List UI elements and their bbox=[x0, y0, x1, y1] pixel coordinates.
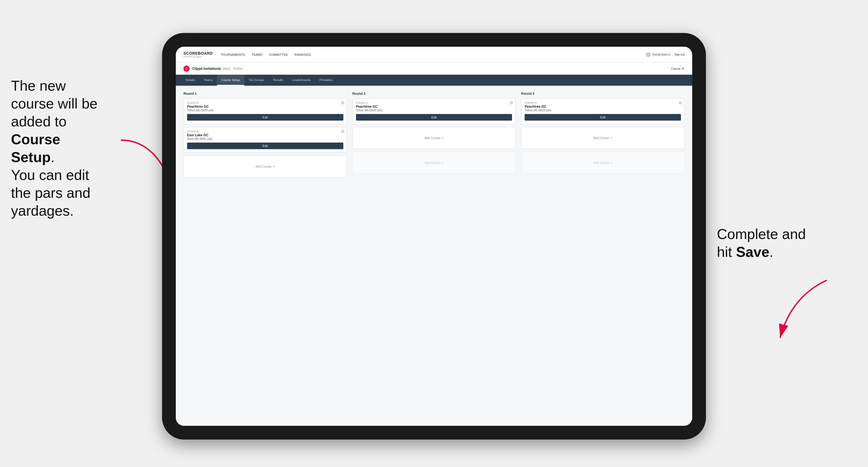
round-2-title: Round 2 bbox=[352, 92, 516, 96]
arrow-right bbox=[764, 275, 840, 346]
main-content: Round 1 ⊠ (Course A) Peachtree GC Yellow… bbox=[176, 86, 692, 426]
nav-committee[interactable]: COMMITTEE bbox=[269, 53, 288, 56]
round-2-course-a-label: (Course A) bbox=[356, 101, 512, 104]
tournament-gender: (Men) bbox=[222, 67, 230, 70]
tab-leaderboards[interactable]: Leaderboards bbox=[288, 75, 315, 86]
nav-rankings[interactable]: RANKINGS bbox=[294, 53, 311, 56]
top-nav-right: blair@clippd.io | Sign out bbox=[646, 52, 684, 57]
pipe-separator: | bbox=[672, 53, 673, 56]
user-email: blair@clippd.io bbox=[652, 53, 671, 56]
round-1-course-a-tee: Yellow (M) (6629 yds) bbox=[187, 109, 343, 112]
round-3-course-a-name: Peachtree GC bbox=[525, 105, 681, 108]
tablet-screen: SCOREBOARD Powered by clippd TOURNAMENTS… bbox=[176, 47, 692, 426]
round-3-add-course-label: Add Course bbox=[593, 136, 609, 139]
round-3-add-course-disabled: Add Course + bbox=[521, 152, 684, 174]
tablet-frame: SCOREBOARD Powered by clippd TOURNAMENTS… bbox=[162, 33, 706, 439]
round-2-column: Round 2 ⊠ (Course A) Peachtree GC Yellow… bbox=[352, 92, 516, 180]
round-1-course-b-card: ⊠ (Course B) East Lake GC Black (M) (689… bbox=[184, 127, 347, 153]
hosting-badge: Hosting bbox=[233, 67, 243, 70]
round-3-course-a-edit-btn[interactable]: Edit bbox=[525, 114, 681, 121]
tournament-bar: C Clippd Invitational (Men) Hosting Canc… bbox=[176, 63, 692, 75]
round-2-add-course-plus-icon: + bbox=[441, 136, 444, 140]
round-1-course-a-delete-btn[interactable]: ⊠ bbox=[341, 101, 344, 105]
top-nav-links: TOURNAMENTS TEAMS COMMITTEE RANKINGS bbox=[221, 53, 646, 56]
round-1-course-b-tee: Black (M) (6891 yds) bbox=[187, 137, 343, 141]
brand-sub: Powered by clippd bbox=[184, 56, 213, 58]
annotation-right: Complete and hit Save. bbox=[717, 225, 821, 261]
round-3-course-a-card: ⊠ (Course A) Peachtree GC Yellow (M) (66… bbox=[521, 98, 684, 124]
round-1-add-course-plus-icon: + bbox=[273, 164, 275, 169]
rounds-grid: Round 1 ⊠ (Course A) Peachtree GC Yellow… bbox=[184, 92, 684, 180]
round-1-add-course-label: Add Course bbox=[255, 165, 271, 168]
round-1-course-a-name: Peachtree GC bbox=[187, 105, 343, 108]
round-3-add-course-btn[interactable]: Add Course + bbox=[521, 127, 684, 149]
round-2-course-a-tee: Yellow (M) (6629 yds) bbox=[356, 109, 512, 112]
round-2-add-course-disabled: Add Course + bbox=[352, 152, 516, 174]
top-nav: SCOREBOARD Powered by clippd TOURNAMENTS… bbox=[176, 47, 692, 63]
round-2-course-a-edit-btn[interactable]: Edit bbox=[356, 114, 512, 121]
cancel-x-icon: ✕ bbox=[681, 66, 684, 71]
round-1-course-a-edit-btn[interactable]: Edit bbox=[187, 114, 343, 121]
tab-course-setup[interactable]: Course Setup bbox=[217, 75, 244, 86]
round-1-course-b-edit-btn[interactable]: Edit bbox=[187, 143, 343, 149]
round-1-course-a-card: ⊠ (Course A) Peachtree GC Yellow (M) (66… bbox=[184, 98, 347, 124]
tournament-name: Clippd Invitational bbox=[192, 67, 221, 71]
round-1-course-b-label: (Course B) bbox=[187, 130, 343, 133]
round-1-column: Round 1 ⊠ (Course A) Peachtree GC Yellow… bbox=[184, 92, 347, 180]
round-3-add-course-plus-icon: + bbox=[610, 136, 613, 140]
round-2-course-a-delete-btn[interactable]: ⊠ bbox=[510, 101, 513, 105]
round-3-course-a-label: (Course A) bbox=[525, 101, 681, 104]
round-3-title: Round 3 bbox=[521, 92, 684, 96]
round-1-course-b-name: East Lake GC bbox=[187, 133, 343, 137]
round-2-add-course-disabled-label: Add Course bbox=[424, 161, 440, 164]
round-2-course-a-name: Peachtree GC bbox=[356, 105, 512, 108]
round-1-add-course-btn[interactable]: Add Course + bbox=[184, 155, 347, 178]
tab-printables[interactable]: Printables bbox=[315, 75, 337, 86]
round-3-add-course-disabled-label: Add Course bbox=[593, 161, 609, 164]
round-3-add-course-disabled-plus-icon: + bbox=[610, 161, 613, 165]
sub-tabs-bar: Details Teams Course Setup Tee Groups Re… bbox=[176, 75, 692, 86]
round-3-course-a-delete-btn[interactable]: ⊠ bbox=[679, 101, 682, 105]
round-2-course-a-card: ⊠ (Course A) Peachtree GC Yellow (M) (66… bbox=[352, 98, 516, 124]
nav-tournaments[interactable]: TOURNAMENTS bbox=[221, 53, 245, 56]
round-1-course-a-label: (Course A) bbox=[187, 101, 343, 104]
round-1-course-b-delete-btn[interactable]: ⊠ bbox=[341, 129, 344, 133]
round-1-title: Round 1 bbox=[184, 92, 347, 96]
annotation-left: The new course will be added to Course S… bbox=[11, 77, 104, 220]
brand-title: SCOREBOARD bbox=[184, 51, 213, 56]
tab-teams[interactable]: Teams bbox=[199, 75, 217, 86]
cancel-button[interactable]: Cancel ✕ bbox=[671, 66, 684, 71]
tab-tee-groups[interactable]: Tee Groups bbox=[244, 75, 269, 86]
tab-details[interactable]: Details bbox=[181, 75, 199, 86]
sign-out-link[interactable]: Sign out bbox=[674, 53, 684, 56]
user-avatar bbox=[646, 52, 651, 57]
clippd-icon: C bbox=[184, 66, 189, 72]
nav-teams[interactable]: TEAMS bbox=[252, 53, 262, 56]
round-3-course-a-tee: Yellow (M) (6629 yds) bbox=[525, 109, 681, 112]
round-2-add-course-btn[interactable]: Add Course + bbox=[352, 127, 516, 149]
round-2-add-course-disabled-plus-icon: + bbox=[441, 161, 444, 165]
tab-results[interactable]: Results bbox=[269, 75, 288, 86]
round-3-column: Round 3 ⊠ (Course A) Peachtree GC Yellow… bbox=[521, 92, 684, 180]
scoreboard-logo: SCOREBOARD Powered by clippd bbox=[184, 51, 213, 58]
round-2-add-course-label: Add Course bbox=[424, 136, 440, 139]
